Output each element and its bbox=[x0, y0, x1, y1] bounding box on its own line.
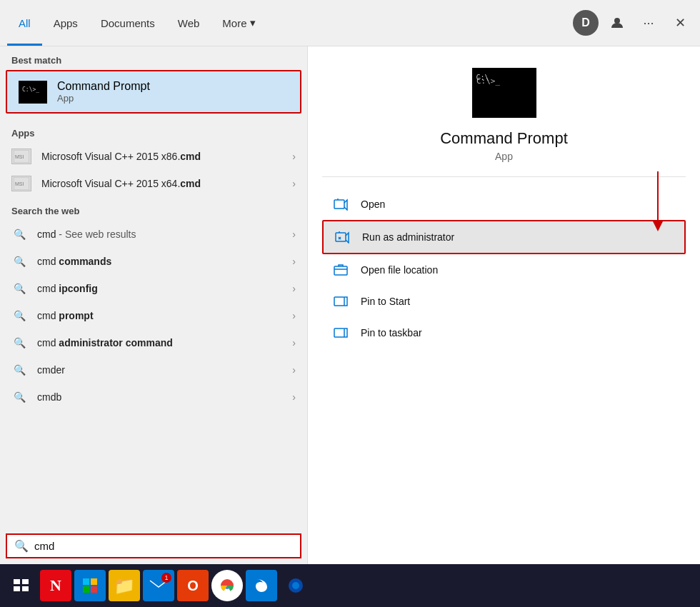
content-area: Best match C:\>_ Command Prompt App Apps… bbox=[0, 46, 700, 564]
svg-text:MSI: MSI bbox=[15, 154, 24, 159]
list-item-text: Microsoft Visual C++ 2015 x64.cmd bbox=[41, 178, 292, 189]
arrow-icon: › bbox=[292, 391, 296, 403]
left-panel: Best match C:\>_ Command Prompt App Apps… bbox=[0, 46, 307, 564]
action-pin-to-start-label: Pin to Start bbox=[361, 296, 410, 307]
svg-rect-12 bbox=[334, 297, 344, 306]
annotation-arrow bbox=[653, 157, 663, 231]
cmd-app-icon: C:\>_ bbox=[19, 81, 47, 104]
action-pin-to-taskbar[interactable]: Pin to taskbar bbox=[322, 317, 686, 348]
taskbar-office-icon[interactable]: O bbox=[177, 570, 209, 601]
list-item[interactable]: 🔍 cmd ipconfig › bbox=[0, 275, 307, 302]
arrow-icon: › bbox=[292, 310, 296, 321]
tab-apps[interactable]: Apps bbox=[42, 0, 89, 46]
svg-rect-13 bbox=[334, 328, 344, 337]
run-as-admin-icon bbox=[332, 229, 352, 246]
best-match-text: Command Prompt App bbox=[57, 80, 150, 104]
list-item-text: cmd administrator command bbox=[37, 337, 292, 348]
list-item-text: cmdb bbox=[37, 391, 292, 403]
svg-point-26 bbox=[292, 582, 299, 589]
svg-rect-16 bbox=[14, 586, 20, 591]
search-icon: 🔍 bbox=[11, 308, 27, 323]
svg-rect-10 bbox=[336, 233, 346, 241]
svg-rect-11 bbox=[334, 266, 347, 275]
people-icon[interactable] bbox=[604, 10, 630, 36]
list-item[interactable]: 🔍 cmd administrator command › bbox=[0, 329, 307, 356]
list-item-text: cmd ipconfig bbox=[37, 283, 292, 294]
app-preview-icon: C:\>_ bbox=[472, 68, 536, 118]
search-icon: 🔍 bbox=[11, 335, 27, 351]
arrow-icon: › bbox=[292, 256, 296, 267]
action-run-as-admin[interactable]: Run as administrator bbox=[322, 220, 686, 254]
app-preview-name: Command Prompt bbox=[440, 129, 568, 148]
list-item[interactable]: MSI Microsoft Visual C++ 2015 x64.cmd › bbox=[0, 170, 307, 197]
action-pin-to-start[interactable]: Pin to Start bbox=[322, 286, 686, 317]
list-item[interactable]: 🔍 cmd prompt › bbox=[0, 302, 307, 329]
action-open[interactable]: Open bbox=[322, 189, 686, 220]
svg-rect-7 bbox=[472, 68, 536, 118]
best-match-label: Best match bbox=[0, 46, 307, 70]
taskbar-mail-icon[interactable]: 1 bbox=[143, 570, 174, 601]
list-item[interactable]: 🔍 cmd commands › bbox=[0, 248, 307, 275]
action-open-file-location[interactable]: Open file location bbox=[322, 254, 686, 286]
svg-rect-20 bbox=[83, 586, 89, 593]
open-icon bbox=[331, 196, 351, 213]
svg-rect-21 bbox=[91, 586, 97, 593]
action-pin-to-taskbar-label: Pin to taskbar bbox=[361, 327, 422, 338]
web-section-label: Search the web bbox=[0, 197, 307, 221]
right-panel: C:\>_ Command Prompt App Open Run as adm… bbox=[307, 46, 700, 564]
list-item[interactable]: 🔍 cmd - See web results › bbox=[0, 221, 307, 248]
app-icon: MSI bbox=[11, 176, 31, 191]
more-options-icon[interactable]: ··· bbox=[636, 10, 661, 36]
search-icon: 🔍 bbox=[11, 362, 27, 378]
taskbar-taskview-icon[interactable] bbox=[6, 570, 37, 601]
taskbar-chrome-icon[interactable] bbox=[211, 570, 243, 601]
svg-text:C:\>_: C:\>_ bbox=[22, 86, 39, 93]
action-open-label: Open bbox=[361, 199, 385, 210]
search-icon: 🔍 bbox=[11, 281, 27, 296]
taskbar-edge-icon[interactable] bbox=[246, 570, 277, 601]
list-item-text: Microsoft Visual C++ 2015 x86.cmd bbox=[41, 151, 292, 162]
tab-web[interactable]: Web bbox=[166, 0, 211, 46]
list-item[interactable]: 🔍 cmdb › bbox=[0, 383, 307, 411]
svg-rect-18 bbox=[83, 578, 89, 585]
arrow-icon: › bbox=[292, 229, 296, 240]
arrow-icon: › bbox=[292, 283, 296, 294]
taskbar-store-icon[interactable] bbox=[74, 570, 106, 601]
tab-all[interactable]: All bbox=[7, 0, 42, 46]
search-box-icon: 🔍 bbox=[14, 539, 29, 553]
svg-text:MSI: MSI bbox=[15, 181, 24, 186]
tab-documents[interactable]: Documents bbox=[89, 0, 166, 46]
search-box-container[interactable]: 🔍 bbox=[6, 533, 301, 558]
apps-section-label: Apps bbox=[0, 119, 307, 143]
pin-to-start-icon bbox=[331, 293, 351, 310]
search-input[interactable] bbox=[34, 540, 293, 552]
list-item-text: cmd - See web results bbox=[37, 229, 292, 240]
arrow-icon: › bbox=[292, 364, 296, 376]
best-match-subtitle: App bbox=[57, 93, 150, 104]
svg-point-0 bbox=[614, 18, 620, 24]
list-item-text: cmd prompt bbox=[37, 310, 292, 321]
svg-rect-9 bbox=[334, 200, 344, 209]
svg-rect-15 bbox=[22, 579, 29, 584]
app-icon: MSI bbox=[11, 149, 31, 164]
taskbar-netflix-icon[interactable]: N bbox=[40, 570, 71, 601]
list-item[interactable]: MSI Microsoft Visual C++ 2015 x86.cmd › bbox=[0, 143, 307, 170]
taskbar: N 📁 1 O bbox=[0, 564, 700, 607]
nav-tabs: All Apps Documents Web More ▾ D ··· ✕ bbox=[0, 0, 700, 46]
taskbar-explorer-icon[interactable]: 📁 bbox=[109, 570, 140, 601]
action-run-as-admin-label: Run as administrator bbox=[362, 231, 454, 243]
pin-to-taskbar-icon bbox=[331, 324, 351, 341]
svg-rect-14 bbox=[14, 579, 20, 584]
arrow-icon: › bbox=[292, 178, 296, 189]
arrow-icon: › bbox=[292, 337, 296, 348]
user-avatar[interactable]: D bbox=[573, 10, 599, 36]
best-match-item[interactable]: C:\>_ Command Prompt App bbox=[6, 70, 301, 114]
tab-more[interactable]: More ▾ bbox=[211, 0, 266, 46]
close-icon[interactable]: ✕ bbox=[667, 10, 693, 36]
best-match-title: Command Prompt bbox=[57, 80, 150, 93]
svg-rect-19 bbox=[91, 578, 97, 585]
svg-rect-17 bbox=[22, 586, 29, 591]
taskbar-cortana-icon[interactable] bbox=[280, 570, 311, 601]
list-item[interactable]: 🔍 cmder › bbox=[0, 356, 307, 383]
app-preview: C:\>_ Command Prompt App bbox=[322, 68, 686, 177]
